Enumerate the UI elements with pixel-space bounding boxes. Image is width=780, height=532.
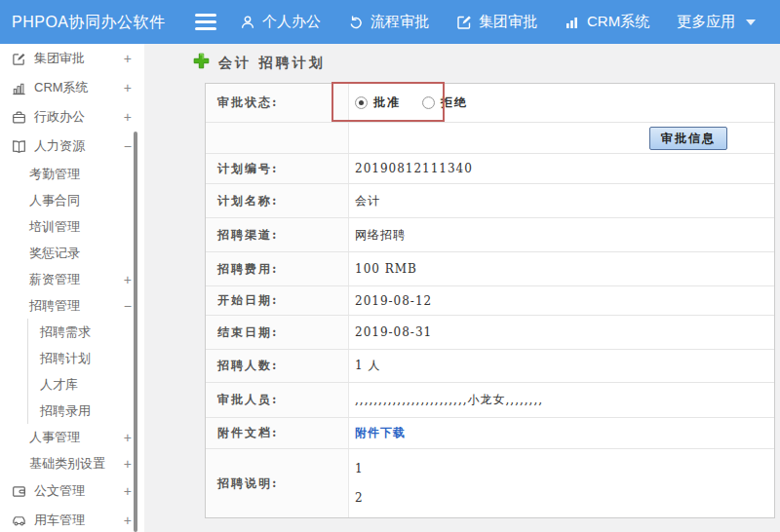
nav-group-approval[interactable]: 集团审批 bbox=[456, 0, 537, 44]
expand-toggle[interactable]: + bbox=[124, 483, 132, 499]
sidebar-item-label: 招聘需求 bbox=[40, 323, 91, 341]
field-value: ,,,,,,,,,,,,,,,,,,,,,,,,小龙女,,,,,,,, bbox=[349, 383, 774, 417]
sidebar: 集团审批 + CRM系统 + 行政办公 + 人力资源 − 考勤管理 bbox=[0, 44, 144, 532]
nav-crm-system[interactable]: CRM系统 bbox=[565, 0, 649, 44]
nav-label: 个人办公 bbox=[262, 13, 321, 31]
field-value: 会计 bbox=[349, 184, 774, 217]
sidebar-item-label: 考勤管理 bbox=[29, 166, 80, 183]
sidebar-item-hr[interactable]: 人力资源 − bbox=[0, 132, 144, 161]
expand-toggle[interactable]: + bbox=[124, 80, 132, 95]
sidebar-item-vehicle[interactable]: 用车管理 + bbox=[0, 506, 144, 532]
sidebar-item-admin-office[interactable]: 行政办公 + bbox=[0, 102, 144, 132]
field-label: 审批状态: bbox=[206, 84, 349, 122]
sidebar-item-label: 招聘管理 bbox=[29, 297, 80, 315]
field-value: 100 RMB bbox=[349, 252, 774, 285]
book-icon bbox=[11, 138, 26, 154]
sidebar-item-label: 招聘计划 bbox=[40, 350, 91, 367]
bar-chart-icon bbox=[565, 15, 580, 30]
nav-label: 集团审批 bbox=[479, 13, 537, 31]
collapse-toggle[interactable]: − bbox=[124, 138, 132, 154]
nav-personal-office[interactable]: 个人办公 bbox=[240, 0, 321, 44]
field-value: 批准 拒绝 bbox=[349, 84, 774, 122]
row-approval-status: 审批状态: 批准 拒绝 bbox=[206, 84, 774, 123]
sidebar-item-label: 人才库 bbox=[40, 376, 78, 394]
row-plan-number: 计划编号: 20190812111340 bbox=[206, 154, 774, 184]
expand-toggle[interactable]: + bbox=[124, 513, 132, 528]
sidebar-item-group-approval[interactable]: 集团审批 + bbox=[0, 44, 144, 73]
approve-info-button[interactable]: 审批信息 bbox=[649, 127, 727, 150]
sidebar-item-label: 基础类别设置 bbox=[29, 455, 105, 473]
row-start-date: 开始日期: 2019-08-12 bbox=[206, 286, 774, 316]
field-label: 招聘渠道: bbox=[206, 218, 349, 251]
edit-square-icon bbox=[11, 51, 26, 66]
attachment-download-link[interactable]: 附件下载 bbox=[355, 425, 406, 441]
sidebar-item-crm[interactable]: CRM系统 + bbox=[0, 73, 144, 102]
sidebar-item-rewards[interactable]: 奖惩记录 bbox=[0, 240, 144, 266]
sidebar-item-personnel[interactable]: 人事管理 + bbox=[0, 424, 144, 450]
radio-approve[interactable] bbox=[355, 96, 368, 109]
sidebar-item-recruit-hire[interactable]: 招聘录用 bbox=[28, 398, 144, 424]
field-value: 2019-08-31 bbox=[349, 316, 774, 349]
field-value: 审批信息 bbox=[349, 123, 774, 153]
top-bar: PHPOA协同办公软件 个人办公 流程审批 集团审批 bbox=[0, 0, 780, 44]
row-approve-button: 审批信息 bbox=[206, 123, 774, 154]
field-value: 1 2 bbox=[349, 449, 774, 517]
radio-reject-label: 拒绝 bbox=[441, 95, 468, 111]
top-nav: 个人办公 流程审批 集团审批 CRM系统 更多应用 bbox=[240, 0, 756, 44]
row-recruit-channel: 招聘渠道: 网络招聘 bbox=[206, 218, 774, 252]
row-plan-name: 计划名称: 会计 bbox=[206, 184, 774, 218]
expand-toggle[interactable]: + bbox=[124, 51, 132, 66]
sidebar-item-label: 薪资管理 bbox=[29, 271, 80, 288]
note-line: 1 bbox=[355, 454, 364, 483]
hamburger-icon[interactable] bbox=[195, 14, 216, 30]
expand-toggle[interactable]: + bbox=[124, 272, 132, 287]
user-icon bbox=[240, 15, 255, 30]
field-label: 开始日期: bbox=[206, 286, 349, 315]
sidebar-item-label: 行政办公 bbox=[34, 108, 85, 126]
sidebar-item-recruitment[interactable]: 招聘管理 − bbox=[0, 292, 144, 319]
row-end-date: 结束日期: 2019-08-31 bbox=[206, 316, 774, 350]
row-approvers: 审批人员: ,,,,,,,,,,,,,,,,,,,,,,,,小龙女,,,,,,,… bbox=[206, 383, 774, 418]
field-label: 计划名称: bbox=[206, 184, 349, 217]
nav-more-apps[interactable]: 更多应用 bbox=[677, 0, 756, 44]
sidebar-scrollbar[interactable] bbox=[134, 132, 137, 532]
sidebar-item-attendance[interactable]: 考勤管理 bbox=[0, 161, 144, 187]
field-label: 附件文档: bbox=[206, 418, 349, 448]
sidebar-item-hr-contract[interactable]: 人事合同 bbox=[0, 187, 144, 213]
field-value: 附件下载 bbox=[349, 418, 774, 448]
sidebar-item-label: 招聘录用 bbox=[40, 402, 91, 420]
sidebar-item-base-category[interactable]: 基础类别设置 + bbox=[0, 450, 144, 476]
field-value: 网络招聘 bbox=[349, 218, 774, 251]
expand-toggle[interactable]: + bbox=[124, 109, 132, 125]
sidebar-item-talent-pool[interactable]: 人才库 bbox=[28, 371, 144, 398]
field-value: 20190812111340 bbox=[349, 154, 774, 183]
app-brand: PHPOA协同办公软件 bbox=[12, 0, 166, 44]
row-recruit-cost: 招聘费用: 100 RMB bbox=[206, 252, 774, 286]
sidebar-item-salary[interactable]: 薪资管理 + bbox=[0, 266, 144, 292]
radio-approve-label: 批准 bbox=[373, 95, 401, 111]
nav-label: 更多应用 bbox=[677, 13, 735, 31]
page-title: 会计 招聘计划 bbox=[218, 55, 326, 72]
sidebar-item-recruit-demand[interactable]: 招聘需求 bbox=[28, 319, 144, 345]
nav-label: 流程审批 bbox=[370, 13, 429, 31]
sidebar-item-label: 奖惩记录 bbox=[29, 245, 80, 262]
sidebar-item-label: 公文管理 bbox=[34, 482, 85, 500]
sidebar-item-label: 人事合同 bbox=[29, 192, 80, 209]
bar-chart-icon bbox=[11, 80, 26, 95]
expand-toggle[interactable]: + bbox=[124, 430, 132, 445]
nav-process-approval[interactable]: 流程审批 bbox=[348, 0, 429, 44]
field-label: 结束日期: bbox=[206, 316, 349, 349]
radio-reject[interactable] bbox=[422, 96, 435, 109]
sidebar-item-training[interactable]: 培训管理 bbox=[0, 213, 144, 240]
sidebar-item-recruit-plan[interactable]: 招聘计划 bbox=[28, 345, 144, 371]
field-label: 计划编号: bbox=[206, 154, 349, 183]
note-line: 2 bbox=[355, 483, 364, 513]
sidebar-item-label: 培训管理 bbox=[29, 218, 80, 236]
document-icon bbox=[11, 483, 26, 499]
sidebar-item-documents[interactable]: 公文管理 + bbox=[0, 476, 144, 506]
field-label: 招聘人数: bbox=[206, 350, 349, 382]
sidebar-item-label: CRM系统 bbox=[34, 79, 89, 96]
collapse-toggle[interactable]: − bbox=[124, 298, 132, 314]
expand-toggle[interactable]: + bbox=[124, 456, 132, 472]
field-value: 1 人 bbox=[349, 350, 774, 382]
